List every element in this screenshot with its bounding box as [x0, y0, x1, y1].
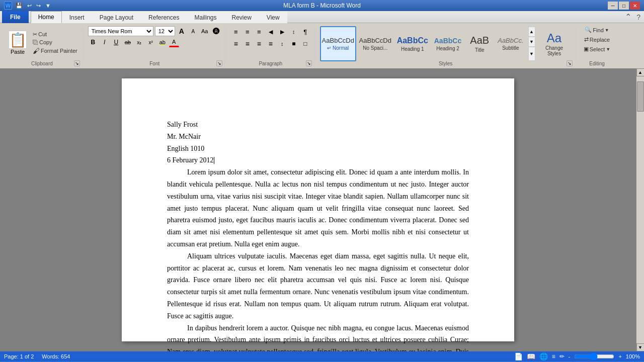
select-button[interactable]: ▣ Select ▼: [582, 45, 613, 53]
underline-button[interactable]: U: [111, 37, 121, 47]
style-title-preview: AaB: [470, 35, 489, 46]
word-count: Words: 654: [42, 353, 70, 359]
divider-3: [315, 29, 316, 63]
shading-button[interactable]: ■: [288, 38, 299, 49]
borders-button[interactable]: □: [300, 38, 311, 49]
paragraph-2: Aliquam ultrices vulputate iaculis. Maec…: [167, 250, 469, 322]
binoculars-icon: 🔍: [585, 27, 592, 33]
gallery-up-button[interactable]: ▲: [528, 27, 535, 37]
status-right: 📄 📖 🌐 ≡ ✏ - + 100%: [514, 352, 640, 360]
view-web-icon[interactable]: 🌐: [539, 352, 548, 360]
increase-indent-button[interactable]: ▶: [277, 26, 288, 37]
style-normal-label: ↵ Normal: [327, 45, 349, 51]
text-color-button[interactable]: A: [169, 37, 179, 47]
align-left-button[interactable]: ≡: [230, 38, 242, 49]
paragraph-group: ≡ ≡ ≡ ◀ ▶ ↕ ¶ ≡ ≡ ≡ ≡ ↕ ■ □ ↘ Paragraph: [227, 24, 314, 67]
close-button[interactable]: ✕: [630, 2, 640, 10]
align-right-button[interactable]: ≡: [254, 38, 265, 49]
view-outline-icon[interactable]: ≡: [552, 353, 555, 360]
date-line: 6 February 2012: [167, 154, 469, 166]
bold-button[interactable]: B: [88, 37, 98, 47]
show-formatting-button[interactable]: ¶: [300, 26, 311, 37]
tab-references[interactable]: References: [141, 11, 187, 23]
font-label: Font: [85, 61, 224, 66]
course-name: English 1010: [167, 143, 469, 155]
scroll-up-button[interactable]: ▲: [636, 68, 645, 76]
scroll-down-button[interactable]: ▼: [636, 343, 645, 351]
superscript-button[interactable]: x²: [146, 37, 156, 47]
font-grow-button[interactable]: A: [177, 26, 187, 36]
view-fullread-icon[interactable]: 📖: [527, 352, 535, 360]
style-heading1[interactable]: AaBbCc Heading 1: [394, 26, 431, 61]
tab-insert[interactable]: Insert: [62, 11, 92, 23]
tab-page-layout[interactable]: Page Layout: [92, 11, 141, 23]
style-h1-preview: AaBbCc: [397, 36, 428, 45]
gallery-more-button[interactable]: ▼: [528, 47, 535, 61]
numbering-button[interactable]: ≡: [242, 26, 253, 37]
find-dropdown-icon: ▼: [605, 28, 609, 33]
style-subtitle[interactable]: AaBbCc. Subtitle: [495, 26, 526, 61]
minimize-button[interactable]: ─: [608, 2, 618, 10]
justify-button[interactable]: ≡: [265, 38, 276, 49]
text-highlight-button[interactable]: ab: [157, 37, 168, 47]
view-draft-icon[interactable]: ✏: [559, 353, 565, 360]
cut-button[interactable]: ✂ Cut: [31, 31, 79, 38]
scrollbar-vertical[interactable]: ▲ ▼: [636, 68, 644, 351]
view-print-icon[interactable]: 📄: [514, 352, 523, 360]
style-h2-preview: AaBbCc: [434, 37, 461, 45]
bullets-button[interactable]: ≡: [230, 26, 242, 37]
ribbon-home: 📋 Paste ✂ Cut ⿻ Copy 🖌 Format Painter ↘ …: [0, 23, 644, 68]
tab-home[interactable]: Home: [31, 11, 62, 23]
customize-qa-button[interactable]: ▼: [44, 2, 52, 9]
window-title: MLA form B - Microsoft Word: [0, 2, 644, 9]
strikethrough-button[interactable]: ab: [123, 37, 133, 47]
format-painter-icon: 🖌: [33, 47, 40, 55]
align-center-button[interactable]: ≡: [242, 38, 253, 49]
undo-qa-button[interactable]: ↩: [26, 2, 33, 10]
tab-mailings[interactable]: Mailings: [187, 11, 224, 23]
zoom-in-button[interactable]: +: [618, 353, 621, 359]
italic-button[interactable]: I: [100, 37, 110, 47]
document-page[interactable]: Sally Frost Mr. McNair English 1010 6 Fe…: [122, 78, 514, 341]
tab-review[interactable]: Review: [224, 11, 259, 23]
copy-button[interactable]: ⿻ Copy: [31, 39, 79, 46]
maximize-button[interactable]: □: [619, 2, 629, 10]
decrease-indent-button[interactable]: ◀: [265, 26, 276, 37]
document-header: Sally Frost Mr. McNair English 1010 6 Fe…: [167, 119, 469, 166]
style-normal[interactable]: AaBbCcDd ↵ Normal: [320, 26, 356, 61]
multilevel-button[interactable]: ≡: [254, 26, 265, 37]
scrollbar-thumb[interactable]: [637, 81, 644, 112]
sort-button[interactable]: ↕: [288, 26, 299, 37]
font-family-select[interactable]: Times New Rom: [88, 26, 153, 36]
scrollbar-track: [636, 76, 644, 343]
zoom-out-button[interactable]: -: [569, 353, 571, 359]
font-shrink-button[interactable]: A: [188, 26, 198, 36]
change-case-button[interactable]: Aa: [200, 26, 210, 36]
paragraph-content: ≡ ≡ ≡ ◀ ▶ ↕ ¶ ≡ ≡ ≡ ≡ ↕ ■ □: [230, 25, 311, 66]
save-qa-button[interactable]: 💾: [14, 2, 24, 10]
line-spacing-button[interactable]: ↕: [277, 38, 288, 49]
subscript-button[interactable]: x₂: [134, 37, 144, 47]
format-painter-button[interactable]: 🖌 Format Painter: [31, 46, 79, 55]
tab-file[interactable]: File: [2, 11, 29, 23]
font-size-select[interactable]: 12: [155, 26, 175, 36]
gallery-down-button[interactable]: ▼: [528, 37, 535, 47]
tab-view[interactable]: View: [259, 11, 287, 23]
clear-format-button[interactable]: 🅐: [211, 26, 221, 36]
style-title[interactable]: AaB Title: [465, 26, 494, 61]
paste-button[interactable]: 📋 Paste: [5, 29, 30, 56]
style-subtitle-label: Subtitle: [502, 45, 519, 51]
replace-button[interactable]: ⇄ Replace: [582, 36, 612, 43]
paste-label: Paste: [11, 49, 25, 55]
style-no-spacing[interactable]: AaBbCcDd No Spaci...: [357, 26, 393, 61]
zoom-slider[interactable]: [574, 354, 614, 359]
redo-qa-button[interactable]: ↪: [35, 2, 42, 10]
help-button[interactable]: ?: [635, 13, 642, 22]
find-button[interactable]: 🔍 Find ▼: [583, 26, 611, 34]
paste-icon: 📋: [9, 31, 27, 49]
ribbon-collapse-button[interactable]: ⌃: [623, 12, 633, 22]
style-subtitle-preview: AaBbCc.: [498, 37, 523, 44]
replace-icon: ⇄: [584, 36, 589, 43]
change-styles-button[interactable]: Aa Change Styles: [537, 29, 572, 58]
style-heading2[interactable]: AaBbCc Heading 2: [432, 26, 464, 61]
